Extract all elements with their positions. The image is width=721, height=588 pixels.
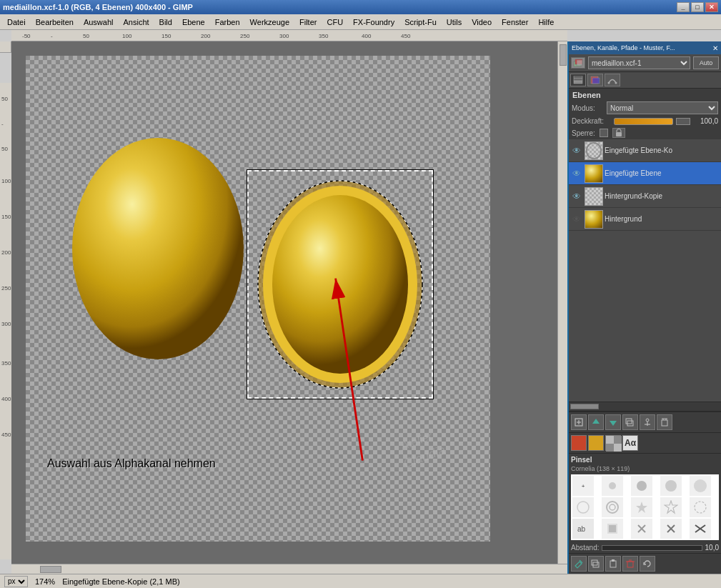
mode-select[interactable]: Normal <box>607 101 718 114</box>
vertical-scrollbar[interactable] <box>557 41 567 564</box>
horizontal-scrollbar[interactable] <box>11 564 567 574</box>
pattern-swatch[interactable] <box>605 435 621 451</box>
brushes-label: Pinsel <box>571 456 719 464</box>
svg-text:200: 200 <box>1 249 11 256</box>
menu-bild[interactable]: Bild <box>155 16 176 28</box>
layer-visibility-icon[interactable]: 👁 <box>570 167 583 180</box>
spacing-value: 10,0 <box>705 544 719 552</box>
brush-cell[interactable] <box>631 497 652 517</box>
menu-scriptfu[interactable]: Script-Fu <box>400 16 441 28</box>
layer-item[interactable]: 👁 Hintergrund-Kopie <box>569 185 721 208</box>
lock-pixels-icon[interactable] <box>612 128 625 138</box>
delete-layer-button[interactable] <box>657 414 672 430</box>
annotation-text: Auswahl aus Alphakanal nehmen <box>47 457 216 470</box>
brush-cell[interactable] <box>690 519 711 539</box>
lock-checkbox[interactable] <box>600 129 608 137</box>
anchor-layer-button[interactable] <box>640 414 655 430</box>
raise-layer-button[interactable] <box>588 414 604 430</box>
maximize-button[interactable]: □ <box>691 2 704 12</box>
menu-utils[interactable]: Utils <box>442 16 466 28</box>
foreground-color[interactable] <box>571 435 587 451</box>
spacing-slider[interactable] <box>602 545 702 551</box>
menu-farben[interactable]: Farben <box>211 16 244 28</box>
duplicate-layer-button[interactable] <box>622 414 638 430</box>
panel-close[interactable]: ✕ <box>712 44 718 52</box>
brush-cell[interactable]: ab <box>572 519 594 539</box>
brush-cell[interactable] <box>660 476 682 496</box>
mode-label: Modus: <box>572 104 604 112</box>
svg-point-24 <box>72 138 244 359</box>
svg-point-70 <box>610 504 615 510</box>
svg-rect-63 <box>614 444 622 452</box>
menu-filter[interactable]: Filter <box>295 16 321 28</box>
brush-cell[interactable] <box>660 519 682 539</box>
svg-text:300: 300 <box>279 33 289 39</box>
brush-cell[interactable] <box>631 476 652 496</box>
background-color[interactable] <box>588 435 604 451</box>
opacity-slider-handle[interactable] <box>676 118 690 125</box>
brush-cell[interactable] <box>572 497 594 517</box>
unit-select[interactable]: px <box>4 576 28 587</box>
lock-row: Sperre: <box>569 126 721 139</box>
window-controls: _ □ ✕ <box>677 2 718 12</box>
menu-ansicht[interactable]: Ansicht <box>119 16 153 28</box>
tab-layers[interactable] <box>570 74 586 86</box>
panel-scrollbar[interactable] <box>569 402 721 412</box>
menu-auswahl[interactable]: Auswahl <box>79 16 118 28</box>
brush-cell[interactable] <box>690 497 711 517</box>
auto-button[interactable]: Auto <box>693 56 719 69</box>
layer-visibility-icon[interactable]: 👁 <box>570 213 583 226</box>
svg-text:150: 150 <box>1 214 11 220</box>
text-swatch[interactable]: Aα <box>622 435 638 451</box>
layer-item[interactable]: 👁 Eingefügte Ebene-Ko <box>569 139 721 162</box>
menu-cfu[interactable]: CFU <box>322 16 347 28</box>
svg-text:450: 450 <box>401 33 411 39</box>
menu-werkzeuge[interactable]: Werkzeuge <box>246 16 294 28</box>
menu-datei[interactable]: Datei <box>3 16 30 28</box>
color-palette-row: Aα <box>569 432 721 453</box>
scrollbar-thumb[interactable] <box>570 404 599 409</box>
menu-fx[interactable]: FX-Foundry <box>349 16 399 28</box>
svg-rect-0 <box>11 30 567 41</box>
svg-point-71 <box>695 502 706 513</box>
lower-layer-button[interactable] <box>605 414 621 430</box>
layer-visibility-icon[interactable]: 👁 <box>570 144 583 157</box>
brush-cell[interactable] <box>602 476 623 496</box>
layer-item[interactable]: 👁 Hintergrund <box>569 208 721 231</box>
brush-cell[interactable]: + <box>572 476 594 496</box>
layer-visibility-icon[interactable]: 👁 <box>570 190 583 203</box>
new-layer-button[interactable] <box>571 414 587 430</box>
menu-ebene[interactable]: Ebene <box>178 16 209 28</box>
brush-cell[interactable] <box>602 497 623 517</box>
copy-button[interactable] <box>588 556 604 572</box>
spacing-label: Abstand: <box>571 544 599 552</box>
paste-button[interactable] <box>605 556 621 572</box>
brush-cell[interactable] <box>690 476 711 496</box>
tab-channels[interactable] <box>587 74 603 86</box>
menu-hilfe[interactable]: Hilfe <box>534 16 558 28</box>
svg-text:Atelier: Atelier <box>399 429 434 452</box>
delete-button[interactable] <box>622 556 638 572</box>
refresh-button[interactable] <box>640 556 655 572</box>
menu-bearbeiten[interactable]: Bearbeiten <box>31 16 78 28</box>
edit-button[interactable] <box>571 556 587 572</box>
brush-cell[interactable] <box>660 497 682 517</box>
image-select[interactable]: mediaillon.xcf-1 <box>588 56 690 69</box>
watermark: Atelier Claudia <box>392 409 489 491</box>
layer-item[interactable]: 👁 Eingefügte Ebene <box>569 162 721 185</box>
layer-actions <box>569 412 721 432</box>
canvas-area[interactable]: Atelier Claudia Auswahl aus Alphakanal n… <box>11 41 567 574</box>
svg-text:100: 100 <box>1 178 11 184</box>
close-button[interactable]: ✕ <box>705 2 718 12</box>
brush-cell[interactable] <box>631 519 652 539</box>
brush-cell[interactable] <box>602 519 623 539</box>
tab-paths[interactable] <box>605 74 620 86</box>
menu-video[interactable]: Video <box>467 16 496 28</box>
minimize-button[interactable]: _ <box>677 2 690 12</box>
svg-text:-50: -50 <box>22 33 31 39</box>
svg-text:50: 50 <box>1 146 8 152</box>
opacity-slider[interactable] <box>614 118 673 125</box>
layer-list: 👁 Eingefügte Ebene-Ko 👁 Eingefügte Ebene… <box>569 139 721 402</box>
menu-fenster[interactable]: Fenster <box>497 16 532 28</box>
main-area: 50 - 50 100 150 200 250 300 350 400 450 <box>0 41 721 574</box>
